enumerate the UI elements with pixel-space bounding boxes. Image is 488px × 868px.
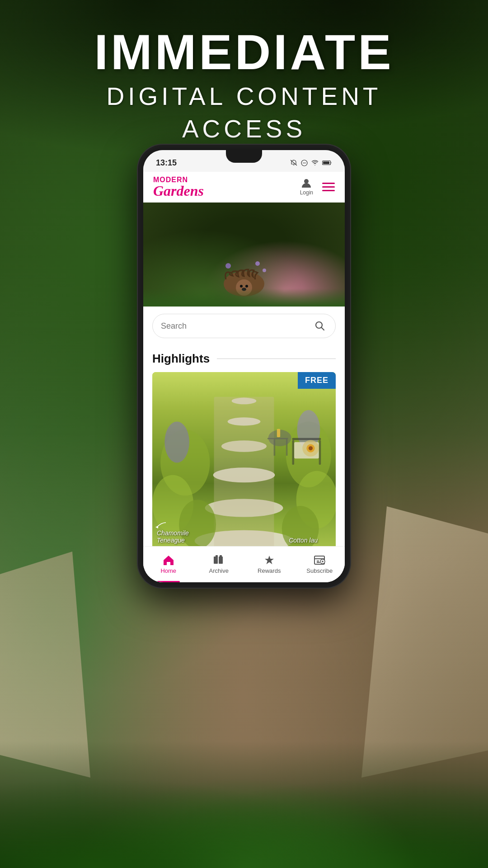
svg-rect-44: [219, 557, 223, 564]
headline-line2: DIGITAL CONTENT ACCESS: [0, 80, 488, 145]
svg-point-12: [263, 269, 266, 272]
wifi-icon: [311, 160, 319, 166]
nav-item-rewards[interactable]: Rewards: [244, 551, 295, 578]
svg-rect-38: [319, 440, 321, 465]
bottom-nav: Home Archive: [143, 546, 345, 582]
svg-rect-46: [220, 555, 222, 557]
arrow-left: [155, 520, 168, 529]
svg-rect-43: [214, 557, 218, 564]
user-icon: [301, 178, 311, 188]
card-label-right: Cotton lau: [289, 537, 318, 544]
phone-device: 13:15: [138, 145, 350, 588]
svg-rect-37: [292, 440, 295, 465]
search-icon: [315, 321, 325, 331]
app-header: MODERN Gardens Login: [143, 172, 345, 203]
hamburger-line-1: [322, 183, 335, 184]
highlights-title: Highlights: [152, 352, 210, 366]
svg-point-11: [255, 261, 260, 266]
svg-line-14: [322, 328, 324, 330]
headline-section: IMMEDIATE DIGITAL CONTENT ACCESS: [0, 27, 488, 145]
archive-icon: [212, 555, 225, 566]
dnd-icon: [301, 160, 308, 166]
phone-outer-shell: 13:15: [138, 145, 350, 588]
bell-slash-icon: [290, 160, 297, 166]
home-icon: [162, 555, 175, 566]
highlights-divider: [217, 359, 336, 359]
svg-rect-22: [214, 397, 274, 549]
svg-point-4: [304, 179, 309, 184]
subscribe-icon: [313, 555, 326, 566]
status-time: 13:15: [156, 158, 177, 168]
card-image: FREE ChamomileTeneague Cotton lau: [152, 372, 336, 557]
leaves-overlay: [143, 288, 345, 307]
app-logo: MODERN Gardens: [153, 176, 204, 198]
battery-icon: [322, 160, 332, 165]
svg-rect-35: [277, 429, 280, 437]
nav-label-subscribe: Subscribe: [306, 567, 333, 574]
card-label-left: ChamomileTeneague: [157, 529, 189, 544]
hamburger-line-2: [322, 186, 335, 188]
svg-point-42: [309, 446, 313, 450]
nav-item-subscribe[interactable]: Subscribe: [295, 551, 345, 578]
hero-image: [143, 203, 345, 307]
svg-point-7: [240, 285, 243, 288]
phone-notch: [226, 150, 262, 163]
nav-label-rewards: Rewards: [258, 567, 281, 574]
search-input[interactable]: [161, 321, 308, 331]
highlights-header: Highlights: [152, 352, 336, 366]
status-icons: [290, 160, 332, 166]
search-bar[interactable]: [152, 314, 336, 338]
header-right-controls: Login: [300, 178, 335, 196]
search-section: [143, 307, 345, 345]
nav-item-home[interactable]: Home: [143, 551, 194, 578]
nav-label-home: Home: [160, 567, 176, 574]
login-button[interactable]: Login: [300, 178, 313, 196]
phone-screen: 13:15: [143, 150, 345, 582]
hamburger-menu[interactable]: [322, 183, 335, 191]
svg-point-10: [225, 263, 231, 269]
svg-point-28: [282, 506, 319, 551]
foliage-bottom: [0, 741, 488, 868]
logo-gardens-text: Gardens: [153, 184, 204, 198]
star-icon: [263, 555, 276, 566]
svg-rect-45: [216, 555, 218, 557]
nav-item-archive[interactable]: Archive: [194, 551, 244, 578]
phone-scroll-content[interactable]: Highlights: [143, 307, 345, 582]
svg-point-8: [245, 285, 248, 288]
search-icon-button[interactable]: [313, 319, 327, 333]
svg-rect-3: [323, 161, 329, 164]
headline-line1: IMMEDIATE: [0, 27, 488, 77]
hamburger-line-3: [322, 190, 335, 191]
svg-rect-36: [292, 438, 321, 440]
nav-label-archive: Archive: [209, 567, 229, 574]
svg-point-29: [164, 421, 189, 462]
free-badge: FREE: [298, 372, 336, 389]
login-label: Login: [300, 189, 313, 196]
